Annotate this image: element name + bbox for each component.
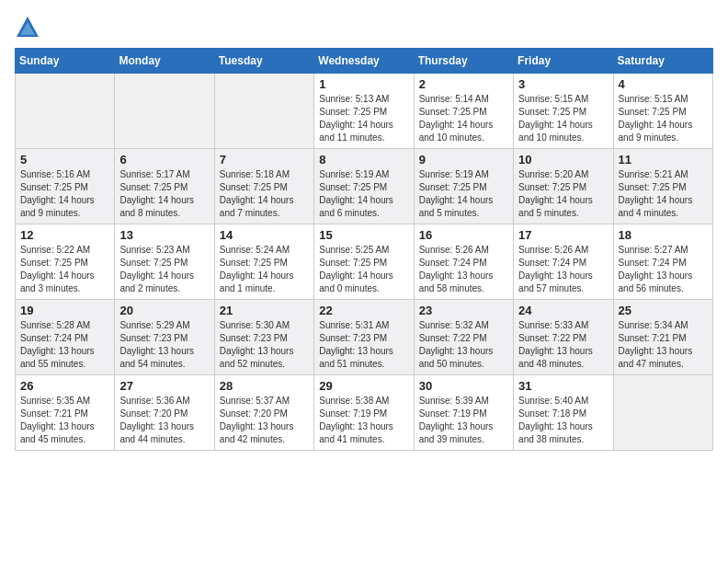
day-info: Sunrise: 5:27 AM Sunset: 7:24 PM Dayligh… <box>619 244 708 295</box>
calendar-cell: 16Sunrise: 5:26 AM Sunset: 7:24 PM Dayli… <box>414 224 513 300</box>
calendar-cell: 5Sunrise: 5:16 AM Sunset: 7:25 PM Daylig… <box>16 149 115 224</box>
calendar-cell: 1Sunrise: 5:13 AM Sunset: 7:25 PM Daylig… <box>314 74 414 149</box>
calendar-cell: 21Sunrise: 5:30 AM Sunset: 7:23 PM Dayli… <box>214 300 313 375</box>
day-info: Sunrise: 5:32 AM Sunset: 7:22 PM Dayligh… <box>419 319 508 371</box>
day-info: Sunrise: 5:26 AM Sunset: 7:24 PM Dayligh… <box>419 244 508 295</box>
calendar-cell: 8Sunrise: 5:19 AM Sunset: 7:25 PM Daylig… <box>314 149 414 224</box>
day-info: Sunrise: 5:28 AM Sunset: 7:24 PM Dayligh… <box>20 319 109 371</box>
day-info: Sunrise: 5:21 AM Sunset: 7:25 PM Dayligh… <box>619 168 708 220</box>
calendar-week-row: 19Sunrise: 5:28 AM Sunset: 7:24 PM Dayli… <box>16 300 713 375</box>
weekday-header: Tuesday <box>214 49 313 74</box>
day-info: Sunrise: 5:15 AM Sunset: 7:25 PM Dayligh… <box>619 93 708 144</box>
calendar-cell: 18Sunrise: 5:27 AM Sunset: 7:24 PM Dayli… <box>613 224 712 300</box>
day-number: 24 <box>518 304 608 317</box>
logo <box>15 15 44 40</box>
calendar-cell: 23Sunrise: 5:32 AM Sunset: 7:22 PM Dayli… <box>414 300 513 375</box>
logo-icon <box>15 15 40 40</box>
calendar-cell: 7Sunrise: 5:18 AM Sunset: 7:25 PM Daylig… <box>214 149 313 224</box>
calendar-cell: 17Sunrise: 5:26 AM Sunset: 7:24 PM Dayli… <box>514 224 613 300</box>
day-info: Sunrise: 5:20 AM Sunset: 7:25 PM Dayligh… <box>518 168 608 220</box>
weekday-header: Monday <box>115 49 214 74</box>
day-number: 25 <box>619 304 708 317</box>
day-info: Sunrise: 5:29 AM Sunset: 7:23 PM Dayligh… <box>119 319 209 371</box>
calendar-cell: 6Sunrise: 5:17 AM Sunset: 7:25 PM Daylig… <box>115 149 214 224</box>
calendar-cell: 25Sunrise: 5:34 AM Sunset: 7:21 PM Dayli… <box>613 300 712 375</box>
day-info: Sunrise: 5:35 AM Sunset: 7:21 PM Dayligh… <box>20 395 109 446</box>
day-info: Sunrise: 5:34 AM Sunset: 7:21 PM Dayligh… <box>619 319 708 371</box>
day-number: 22 <box>319 304 408 317</box>
calendar-cell: 3Sunrise: 5:15 AM Sunset: 7:25 PM Daylig… <box>514 74 613 149</box>
calendar-cell: 9Sunrise: 5:19 AM Sunset: 7:25 PM Daylig… <box>414 149 513 224</box>
day-number: 30 <box>419 379 508 393</box>
day-number: 28 <box>220 379 309 393</box>
day-number: 10 <box>518 153 608 167</box>
calendar-cell: 30Sunrise: 5:39 AM Sunset: 7:19 PM Dayli… <box>414 375 513 451</box>
day-number: 17 <box>518 228 608 242</box>
calendar-body: 1Sunrise: 5:13 AM Sunset: 7:25 PM Daylig… <box>16 74 713 451</box>
calendar-cell: 10Sunrise: 5:20 AM Sunset: 7:25 PM Dayli… <box>514 149 613 224</box>
day-info: Sunrise: 5:36 AM Sunset: 7:20 PM Dayligh… <box>119 395 209 446</box>
day-info: Sunrise: 5:33 AM Sunset: 7:22 PM Dayligh… <box>518 319 608 371</box>
day-number: 11 <box>619 153 708 167</box>
day-info: Sunrise: 5:40 AM Sunset: 7:18 PM Dayligh… <box>518 395 608 446</box>
calendar-cell <box>214 74 313 149</box>
day-number: 3 <box>518 77 608 91</box>
calendar-cell: 27Sunrise: 5:36 AM Sunset: 7:20 PM Dayli… <box>115 375 214 451</box>
day-info: Sunrise: 5:37 AM Sunset: 7:20 PM Dayligh… <box>220 395 309 446</box>
calendar-cell: 19Sunrise: 5:28 AM Sunset: 7:24 PM Dayli… <box>16 300 115 375</box>
calendar-cell: 13Sunrise: 5:23 AM Sunset: 7:25 PM Dayli… <box>115 224 214 300</box>
weekday-header: Sunday <box>16 49 115 74</box>
day-number: 7 <box>220 153 309 167</box>
calendar-cell: 24Sunrise: 5:33 AM Sunset: 7:22 PM Dayli… <box>514 300 613 375</box>
day-info: Sunrise: 5:16 AM Sunset: 7:25 PM Dayligh… <box>20 168 109 220</box>
day-number: 6 <box>119 153 209 167</box>
day-number: 31 <box>518 379 608 393</box>
day-info: Sunrise: 5:24 AM Sunset: 7:25 PM Dayligh… <box>220 244 309 295</box>
day-info: Sunrise: 5:39 AM Sunset: 7:19 PM Dayligh… <box>419 395 508 446</box>
day-number: 19 <box>20 304 109 317</box>
weekday-header: Saturday <box>613 49 712 74</box>
day-number: 5 <box>20 153 109 167</box>
weekday-row: SundayMondayTuesdayWednesdayThursdayFrid… <box>16 49 713 74</box>
day-info: Sunrise: 5:26 AM Sunset: 7:24 PM Dayligh… <box>518 244 608 295</box>
weekday-header: Thursday <box>414 49 513 74</box>
day-number: 8 <box>319 153 408 167</box>
calendar-cell: 28Sunrise: 5:37 AM Sunset: 7:20 PM Dayli… <box>214 375 313 451</box>
calendar-cell: 20Sunrise: 5:29 AM Sunset: 7:23 PM Dayli… <box>115 300 214 375</box>
day-number: 12 <box>20 228 109 242</box>
day-number: 20 <box>119 304 209 317</box>
calendar-cell: 26Sunrise: 5:35 AM Sunset: 7:21 PM Dayli… <box>16 375 115 451</box>
calendar-week-row: 12Sunrise: 5:22 AM Sunset: 7:25 PM Dayli… <box>16 224 713 300</box>
day-number: 9 <box>419 153 508 167</box>
day-number: 18 <box>619 228 708 242</box>
calendar-cell: 29Sunrise: 5:38 AM Sunset: 7:19 PM Dayli… <box>314 375 414 451</box>
day-number: 21 <box>220 304 309 317</box>
day-number: 29 <box>319 379 408 393</box>
day-info: Sunrise: 5:31 AM Sunset: 7:23 PM Dayligh… <box>319 319 408 371</box>
day-number: 1 <box>319 77 408 91</box>
day-number: 14 <box>220 228 309 242</box>
day-info: Sunrise: 5:13 AM Sunset: 7:25 PM Dayligh… <box>319 93 408 144</box>
day-number: 26 <box>20 379 109 393</box>
day-info: Sunrise: 5:17 AM Sunset: 7:25 PM Dayligh… <box>119 168 209 220</box>
day-info: Sunrise: 5:19 AM Sunset: 7:25 PM Dayligh… <box>419 168 508 220</box>
calendar-cell <box>613 375 712 451</box>
calendar-header: SundayMondayTuesdayWednesdayThursdayFrid… <box>16 49 713 74</box>
day-info: Sunrise: 5:22 AM Sunset: 7:25 PM Dayligh… <box>20 244 109 295</box>
calendar-cell <box>16 74 115 149</box>
day-number: 2 <box>419 77 508 91</box>
calendar-cell: 4Sunrise: 5:15 AM Sunset: 7:25 PM Daylig… <box>613 74 712 149</box>
weekday-header: Wednesday <box>314 49 414 74</box>
day-info: Sunrise: 5:14 AM Sunset: 7:25 PM Dayligh… <box>419 93 508 144</box>
page-header <box>15 15 713 40</box>
calendar-week-row: 26Sunrise: 5:35 AM Sunset: 7:21 PM Dayli… <box>16 375 713 451</box>
calendar-week-row: 5Sunrise: 5:16 AM Sunset: 7:25 PM Daylig… <box>16 149 713 224</box>
day-info: Sunrise: 5:38 AM Sunset: 7:19 PM Dayligh… <box>319 395 408 446</box>
day-number: 23 <box>419 304 508 317</box>
weekday-header: Friday <box>514 49 613 74</box>
calendar-cell: 15Sunrise: 5:25 AM Sunset: 7:25 PM Dayli… <box>314 224 414 300</box>
calendar-cell: 2Sunrise: 5:14 AM Sunset: 7:25 PM Daylig… <box>414 74 513 149</box>
day-info: Sunrise: 5:25 AM Sunset: 7:25 PM Dayligh… <box>319 244 408 295</box>
day-number: 15 <box>319 228 408 242</box>
calendar-cell: 12Sunrise: 5:22 AM Sunset: 7:25 PM Dayli… <box>16 224 115 300</box>
